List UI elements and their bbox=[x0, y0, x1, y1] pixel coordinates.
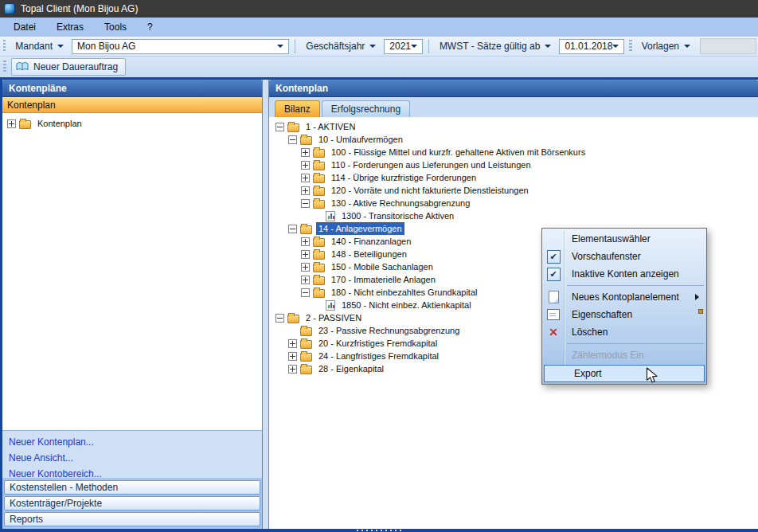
folder-icon bbox=[287, 315, 299, 323]
resize-grip[interactable] bbox=[357, 530, 401, 531]
folder-icon bbox=[300, 225, 312, 234]
tree-expander[interactable] bbox=[7, 119, 16, 128]
vorlagen-dropdown-button[interactable]: Vorlagen bbox=[637, 39, 695, 53]
context-menu-item-vorschaufenster[interactable]: Vorschaufenster bbox=[542, 248, 706, 265]
account-icon bbox=[326, 300, 335, 311]
toolbar-separator bbox=[295, 39, 295, 53]
tree-expander[interactable] bbox=[301, 148, 310, 157]
title-bar: Topal Client (Mon Bijou AG) bbox=[0, 0, 758, 18]
tree-row-110-forderungen-aus-lieferungen-und-leistungen[interactable]: 110 - Forderungen aus Lieferungen und Le… bbox=[275, 158, 758, 171]
tree-row-10-umlaufvermögen[interactable]: 10 - Umlaufvermögen bbox=[275, 133, 758, 146]
chevron-down-icon bbox=[545, 45, 551, 48]
context-menu-item-export[interactable]: Export bbox=[544, 365, 705, 382]
geschaeftsjahr-combobox[interactable]: 2021 bbox=[384, 39, 423, 54]
tab-erfolgsrechnung[interactable]: Erfolgsrechnung bbox=[322, 100, 410, 117]
tree-item-label: 140 - Finanzanlagen bbox=[329, 235, 413, 248]
delete-icon bbox=[542, 323, 565, 341]
tree-expander[interactable] bbox=[288, 225, 297, 233]
tree-expander[interactable] bbox=[301, 174, 310, 182]
menu-item-extras[interactable]: Extras bbox=[46, 19, 94, 35]
tree-expander[interactable] bbox=[301, 276, 310, 284]
sidebar-section-bar-kostenstellen-methoden[interactable]: Kostenstellen - Methoden bbox=[4, 480, 260, 495]
folder-icon bbox=[287, 123, 299, 132]
tree-expander[interactable] bbox=[288, 339, 297, 348]
tree-item-label: 114 - Übrige kurzfristige Forderungen bbox=[329, 171, 479, 184]
sidebar-panel: Kontenpläne Kontenplan Kontenplan Neuer … bbox=[2, 80, 263, 529]
tree-item-label: 1300 - Transitorische Aktiven bbox=[339, 209, 456, 222]
context-menu-item[interactable] bbox=[542, 283, 706, 288]
tree-item-label: 180 - Nicht einbezahltes Grundkapital bbox=[329, 286, 479, 299]
context-menu-item-inaktive-konten-anzeigen[interactable]: Inaktive Konten anzeigen bbox=[542, 265, 706, 283]
mwst-date-combobox[interactable]: 01.01.2018 bbox=[559, 39, 624, 54]
toolbar-grip[interactable] bbox=[3, 40, 6, 53]
app-icon bbox=[4, 3, 15, 14]
tree-expander[interactable] bbox=[301, 161, 310, 170]
context-menu-item-löschen[interactable]: Löschen bbox=[542, 323, 706, 341]
folder-icon bbox=[313, 187, 325, 196]
tree-row-114-übrige-kurzfristige-forderungen[interactable]: 114 - Übrige kurzfristige Forderungen bbox=[275, 171, 758, 184]
context-menu-item-neues-kontoplanelement[interactable]: Neues Kontoplanelement bbox=[542, 288, 706, 306]
account-icon bbox=[326, 211, 335, 221]
sidebar-link-neue-ansicht[interactable]: Neue Ansicht... bbox=[9, 452, 262, 468]
context-menu-item-eigenschaften[interactable]: Eigenschaften bbox=[542, 306, 706, 323]
tree-item-label: 14 - Anlagevermögen bbox=[316, 222, 404, 235]
sidebar-sections: Kostenstellen - MethodenKostenträger/Pro… bbox=[2, 478, 262, 529]
menu-item-tools[interactable]: Tools bbox=[94, 19, 137, 35]
tree-row-130-aktive-rechnungsabgrenzung[interactable]: 130 - Aktive Rechnungsabgrenzung bbox=[275, 197, 758, 209]
tree-item-label: 20 - Kurzfristiges Fremdkapital bbox=[316, 337, 440, 350]
folder-icon bbox=[313, 174, 325, 183]
toolbar-grip[interactable] bbox=[629, 40, 631, 53]
folder-icon bbox=[300, 327, 312, 336]
window-title: Topal Client (Mon Bijou AG) bbox=[21, 3, 138, 14]
tree-expander[interactable] bbox=[275, 314, 284, 323]
sidebar-section-bar-kostenträger-projekte[interactable]: Kostenträger/Projekte bbox=[4, 496, 260, 510]
tree-item-label: 24 - Langfristiges Fremdkapital bbox=[316, 350, 441, 362]
tree-item-label: 150 - Mobile Sachanlagen bbox=[329, 260, 436, 273]
tree-row-120-vorräte-und-nicht-fakturierte-dienstleistungen[interactable]: 120 - Vorräte und nicht fakturierte Dien… bbox=[275, 184, 758, 197]
sidebar-link-neuer-kontenplan[interactable]: Neuer Kontenplan... bbox=[9, 436, 262, 452]
panel-splitter[interactable] bbox=[263, 80, 268, 529]
tree-row-1300-transitorische-aktiven[interactable]: 1300 - Transitorische Aktiven bbox=[275, 209, 758, 222]
tree-item-label: Kontenplan bbox=[35, 117, 84, 130]
menu-item-[interactable]: ? bbox=[137, 19, 163, 35]
main-header: Kontenplan bbox=[269, 80, 758, 97]
tree-expander[interactable] bbox=[288, 365, 297, 374]
tab-bilanz[interactable]: Bilanz bbox=[275, 100, 320, 117]
mwst-dropdown-button[interactable]: MWST - Sätze gültig ab bbox=[435, 39, 557, 53]
tree-expander[interactable] bbox=[288, 135, 297, 144]
neuer-dauerauftrag-button[interactable]: Neuer Dauerauftrag bbox=[11, 58, 126, 76]
tree-expander[interactable] bbox=[301, 186, 310, 195]
vorlagen-field[interactable] bbox=[700, 38, 756, 54]
geschaeftsjahr-dropdown-button[interactable]: Geschäftsjahr bbox=[301, 39, 381, 53]
tree-row-100-flüssige-mittel-und-kurzfr-gehaltene-aktiven-mit-börsenkurs[interactable]: 100 - Flüssige Mittel und kurzfr. gehalt… bbox=[275, 146, 758, 158]
tree-expander[interactable] bbox=[301, 237, 310, 246]
mandant-combobox[interactable]: Mon Bijou AG bbox=[72, 39, 289, 54]
toolbar-grip[interactable] bbox=[3, 61, 6, 73]
tree-item-label: 110 - Forderungen aus Lieferungen und Le… bbox=[329, 158, 533, 171]
tree-expander[interactable] bbox=[301, 263, 310, 272]
tree-expander[interactable] bbox=[288, 352, 297, 361]
sidebar-selected-plan[interactable]: Kontenplan bbox=[2, 97, 262, 113]
folder-icon bbox=[300, 136, 312, 145]
tree-item-label: 10 - Umlaufvermögen bbox=[316, 133, 405, 146]
sidebar-section-bar-reports[interactable]: Reports bbox=[4, 512, 260, 526]
tree-expander[interactable] bbox=[301, 250, 310, 259]
tree-row-kontenplan[interactable]: Kontenplan bbox=[7, 117, 262, 130]
folder-icon bbox=[300, 340, 312, 349]
context-menu-item-elementauswähler[interactable]: Elementauswähler bbox=[542, 230, 706, 248]
tree-expander[interactable] bbox=[301, 288, 310, 297]
mandant-dropdown-button[interactable]: Mandant bbox=[10, 39, 68, 53]
chevron-down-icon bbox=[684, 45, 690, 48]
context-menu-item-zählermodus-ein[interactable]: Zählermodus Ein bbox=[542, 346, 706, 364]
menu-item-datei[interactable]: Datei bbox=[3, 19, 46, 35]
tree-expander[interactable] bbox=[301, 199, 310, 208]
folder-icon bbox=[313, 200, 325, 209]
tree-item-label: 130 - Aktive Rechnungsabgrenzung bbox=[329, 197, 472, 209]
tree-row-1-aktiven[interactable]: 1 - AKTIVEN bbox=[275, 120, 758, 133]
toolbar-separator bbox=[428, 39, 429, 53]
context-menu-item[interactable] bbox=[542, 341, 706, 346]
chevron-down-icon bbox=[369, 45, 376, 48]
tree-expander[interactable] bbox=[275, 123, 284, 131]
submenu-arrow-icon bbox=[695, 294, 706, 300]
tree-item-label: 100 - Flüssige Mittel und kurzfr. gehalt… bbox=[329, 146, 588, 158]
